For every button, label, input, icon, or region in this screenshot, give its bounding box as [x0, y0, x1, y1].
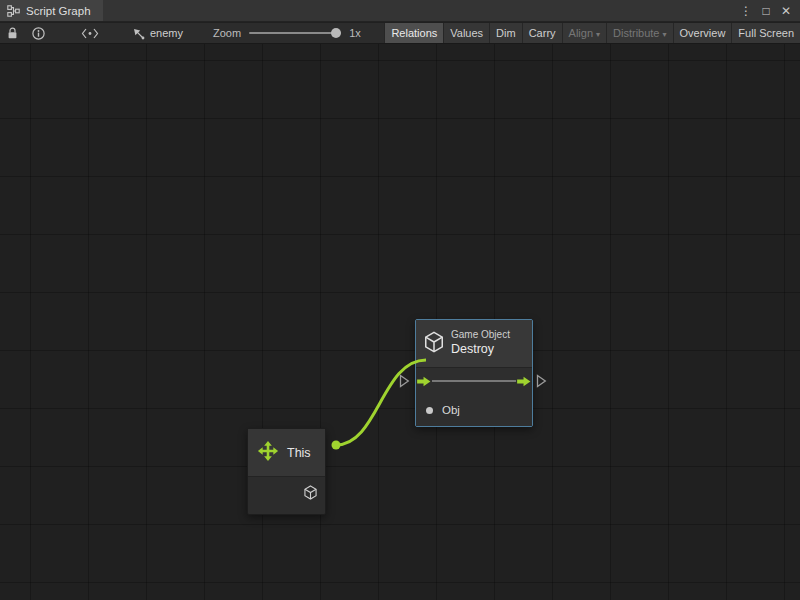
- value-port-row: Obj: [416, 394, 532, 426]
- toolbar-buttons: Relations Values Dim Carry Align ▾ Distr…: [384, 23, 800, 43]
- obj-port-label: Obj: [442, 404, 460, 416]
- zoom-slider-handle[interactable]: [331, 28, 341, 38]
- graph-pointer-icon: [132, 23, 145, 44]
- script-graph-window: Script Graph ⋮ □ ✕: [0, 0, 800, 600]
- info-icon[interactable]: [25, 23, 52, 44]
- graph-name: enemy: [150, 27, 183, 39]
- this-move-icon: [257, 440, 279, 466]
- relations-button[interactable]: Relations: [384, 23, 443, 43]
- flow-output-port[interactable]: [517, 376, 531, 387]
- flow-port-row: [416, 368, 532, 394]
- game-object-output-port[interactable]: [304, 485, 317, 504]
- relation-line: [432, 380, 516, 382]
- maximize-icon[interactable]: □: [758, 1, 774, 21]
- node-title: Destroy: [451, 342, 510, 358]
- lock-icon[interactable]: [0, 23, 25, 44]
- zoom-label: Zoom: [213, 27, 241, 39]
- graph-toolbar: enemy Zoom 1x Relations Values Dim Carry: [0, 23, 800, 44]
- flow-entry-arrow-icon: [399, 374, 410, 388]
- tab-title: Script Graph: [26, 5, 91, 17]
- tab-script-graph[interactable]: Script Graph: [0, 0, 103, 21]
- dim-button[interactable]: Dim: [489, 23, 522, 43]
- flow-input-port[interactable]: [417, 376, 431, 387]
- game-object-cube-icon: [424, 331, 444, 357]
- chevron-down-icon: ▾: [596, 30, 600, 39]
- node-destroy-header[interactable]: Game Object Destroy: [416, 320, 532, 368]
- window-titlebar: Script Graph ⋮ □ ✕: [0, 0, 800, 22]
- graph-breadcrumb[interactable]: enemy: [132, 23, 183, 44]
- overview-button[interactable]: Overview: [673, 23, 732, 43]
- close-icon[interactable]: ✕: [778, 1, 794, 21]
- connection-wire: [0, 44, 800, 600]
- flow-exit-arrow-icon: [536, 374, 547, 388]
- node-title: This: [287, 446, 311, 460]
- values-button[interactable]: Values: [443, 23, 489, 43]
- zoom-control: Zoom 1x: [213, 27, 361, 39]
- zoom-slider-track: [249, 32, 341, 34]
- zoom-slider[interactable]: [249, 27, 341, 39]
- chevron-down-icon: ▾: [663, 30, 667, 39]
- obj-input-port[interactable]: [426, 407, 433, 414]
- zoom-value: 1x: [349, 27, 361, 39]
- node-this-header[interactable]: This: [248, 429, 325, 477]
- code-expand-icon[interactable]: [74, 23, 106, 44]
- full-screen-button[interactable]: Full Screen: [731, 23, 800, 43]
- output-port-row: [248, 477, 325, 514]
- window-controls: ⋮ □ ✕: [738, 0, 800, 21]
- node-category: Game Object: [451, 329, 510, 342]
- node-this[interactable]: This: [247, 428, 326, 515]
- carry-button[interactable]: Carry: [522, 23, 562, 43]
- graph-canvas[interactable]: Game Object Destroy O: [0, 44, 800, 600]
- node-destroy[interactable]: Game Object Destroy O: [415, 319, 533, 427]
- window-menu-icon[interactable]: ⋮: [738, 1, 754, 21]
- align-dropdown[interactable]: Align ▾: [562, 23, 606, 43]
- distribute-dropdown[interactable]: Distribute ▾: [606, 23, 672, 43]
- script-graph-icon: [7, 5, 20, 17]
